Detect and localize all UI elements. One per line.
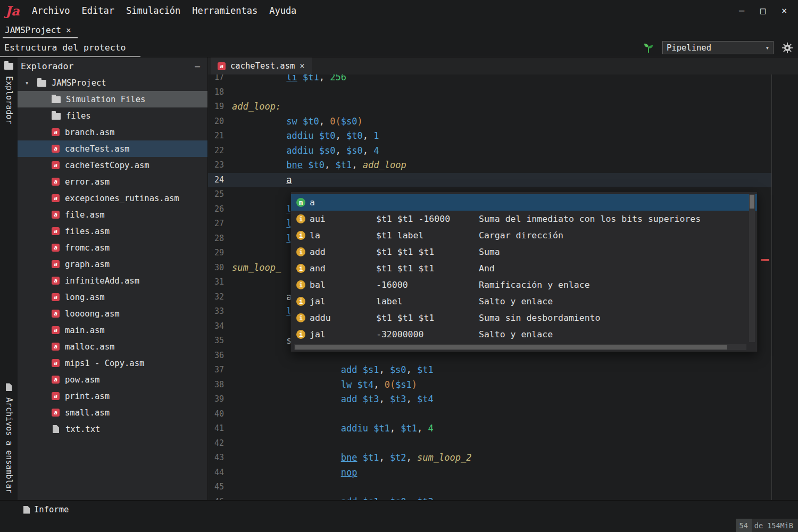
autocomplete-item-addu[interactable]: iaddu$t1 $t1 $t1Suma sin desbordamiento bbox=[291, 310, 757, 326]
code-line-41[interactable]: 41 addiu $t1, $t1, 4 bbox=[208, 421, 771, 436]
line-text bbox=[224, 480, 232, 495]
tree-item-excepciones-rutinas-asm[interactable]: excepciones_rutinas.asm bbox=[18, 190, 207, 206]
tree-item-loooong-asm[interactable]: loooong.asm bbox=[18, 305, 207, 322]
line-text: l bbox=[224, 217, 292, 231]
tree-item-label: mips1 - Copy.asm bbox=[65, 359, 144, 368]
close-button[interactable]: × bbox=[774, 5, 795, 16]
tree-item-label: fromc.asm bbox=[65, 243, 110, 253]
menu-archivo[interactable]: Archivo bbox=[26, 5, 76, 16]
line-number: 36 bbox=[208, 348, 224, 363]
tree-item-fromc-asm[interactable]: fromc.asm bbox=[18, 239, 207, 256]
tab-cachetest-asm[interactable]: cacheTest.asm × bbox=[211, 57, 312, 74]
tree-item-branch-asm[interactable]: branch.asm bbox=[18, 124, 207, 140]
popup-vertical-scrollbar[interactable] bbox=[749, 194, 755, 342]
line-text: add $t3, $t3, $t4 bbox=[224, 392, 434, 407]
autocomplete-item-and[interactable]: iand$t1 $t1 $t1And bbox=[291, 260, 757, 277]
tree-item-label: files.asm bbox=[65, 227, 110, 236]
tree-item-simulation-files[interactable]: Simulation Files bbox=[18, 91, 207, 107]
close-icon[interactable]: × bbox=[66, 25, 71, 35]
assemble-sprout-icon[interactable] bbox=[643, 42, 654, 54]
tree-item-cachetest-asm[interactable]: cacheTest.asm bbox=[18, 140, 207, 157]
scrollbar-thumb[interactable] bbox=[295, 345, 727, 350]
code-line-44[interactable]: 44 nop bbox=[208, 466, 771, 480]
pipeline-mode-dropdown[interactable]: Pipelined ▾ bbox=[662, 41, 774, 54]
tree-item-label: graph.asm bbox=[65, 260, 110, 269]
report-panel-toggle[interactable]: Informe bbox=[23, 505, 69, 514]
code-line-46[interactable]: 46 add $s1, $s0, $t3 bbox=[208, 495, 771, 501]
code-line-17[interactable]: 17 li $t1, 256 bbox=[208, 74, 771, 85]
autocomplete-item-aui[interactable]: iaui$t1 $t1 -16000Suma del inmediato con… bbox=[291, 211, 757, 227]
tree-item-main-asm[interactable]: main.asm bbox=[18, 322, 207, 338]
code-line-37[interactable]: 37 add $s1, $s0, $t1 bbox=[208, 363, 771, 378]
tree-item-pow-asm[interactable]: pow.asm bbox=[18, 371, 207, 388]
asm-icon bbox=[52, 260, 60, 268]
tree-item-cachetestcopy-asm[interactable]: cacheTestCopy.asm bbox=[18, 157, 207, 173]
code-line-23[interactable]: 23 bne $t0, $t1, add_loop bbox=[208, 158, 771, 173]
txt-icon bbox=[53, 425, 59, 433]
tree-item-print-asm[interactable]: print.asm bbox=[18, 388, 207, 404]
tree-item-malloc-asm[interactable]: malloc.asm bbox=[18, 338, 207, 355]
tree-item-file-asm[interactable]: file.asm bbox=[18, 206, 207, 223]
menu-ayuda[interactable]: Ayuda bbox=[263, 5, 302, 16]
line-text: a bbox=[224, 173, 292, 188]
asm-icon bbox=[52, 392, 60, 400]
instruction-icon: i bbox=[296, 297, 305, 306]
line-number: 33 bbox=[208, 304, 224, 319]
code-line-24[interactable]: 24 a bbox=[208, 173, 771, 188]
line-number: 43 bbox=[208, 451, 224, 466]
code-line-18[interactable]: 18 bbox=[208, 85, 771, 100]
line-number: 37 bbox=[208, 363, 224, 378]
autocomplete-item-jal[interactable]: ijallabelSalto y enlace bbox=[291, 293, 757, 310]
chevron-down-icon[interactable]: ▾ bbox=[25, 79, 37, 87]
line-text: a bbox=[224, 290, 292, 305]
code-line-21[interactable]: 21 addiu $t0, $t0, 1 bbox=[208, 129, 771, 144]
menu-simulaci-n[interactable]: Simulación bbox=[120, 5, 186, 16]
tree-item-long-asm[interactable]: long.asm bbox=[18, 289, 207, 305]
autocomplete-item-add[interactable]: iadd$t1 $t1 $t1Suma bbox=[291, 244, 757, 260]
code-line-20[interactable]: 20 sw $t0, 0($s0) bbox=[208, 114, 771, 129]
tree-item-files-asm[interactable]: files.asm bbox=[18, 223, 207, 239]
tree-item-graph-asm[interactable]: graph.asm bbox=[18, 256, 207, 272]
close-icon[interactable]: × bbox=[300, 61, 304, 71]
minimize-button[interactable]: — bbox=[731, 5, 752, 16]
structure-panel-header[interactable]: Estructura del protecto bbox=[0, 40, 140, 57]
suggestion-params: $t1 $t1 $t1 bbox=[376, 247, 479, 257]
code-line-39[interactable]: 39 add $t3, $t3, $t4 bbox=[208, 392, 771, 407]
line-text: addiu $t0, $t0, 1 bbox=[224, 129, 379, 144]
collapse-panel-icon[interactable]: — bbox=[195, 61, 200, 71]
popup-horizontal-scrollbar[interactable] bbox=[294, 344, 746, 350]
menu-editar[interactable]: Editar bbox=[76, 5, 120, 16]
code-line-22[interactable]: 22 addiu $s0, $s0, 4 bbox=[208, 144, 771, 159]
tree-item-jamsproject[interactable]: ▾JAMSProject bbox=[18, 74, 207, 91]
asm-icon bbox=[52, 293, 60, 301]
autocomplete-item-a[interactable]: ma bbox=[291, 194, 757, 211]
tree-item-files[interactable]: files bbox=[18, 107, 207, 124]
autocomplete-item-bal[interactable]: ibal-16000Ramificación y enlace bbox=[291, 277, 757, 293]
settings-gear-icon[interactable] bbox=[782, 42, 793, 54]
code-line-45[interactable]: 45 bbox=[208, 480, 771, 495]
tree-item-label: pow.asm bbox=[65, 375, 99, 385]
maximize-button[interactable]: □ bbox=[752, 5, 774, 16]
rail-explorer-toggle[interactable]: Explorador bbox=[0, 62, 18, 124]
editor-scrollbar[interactable] bbox=[771, 74, 798, 500]
scrollbar-thumb[interactable] bbox=[750, 195, 754, 209]
code-line-40[interactable]: 40 bbox=[208, 407, 771, 422]
tree-item-txt-txt[interactable]: txt.txt bbox=[18, 421, 207, 437]
code-line-43[interactable]: 43 bne $t1, $t2, sum_loop_2 bbox=[208, 451, 771, 466]
menu-herramientas[interactable]: Herramientas bbox=[186, 5, 263, 16]
code-line-38[interactable]: 38 lw $t4, 0($s1) bbox=[208, 378, 771, 393]
code-line-19[interactable]: 19add_loop: bbox=[208, 99, 771, 114]
editor-body[interactable]: 17 li $t1, 2561819add_loop:20 sw $t0, 0(… bbox=[208, 74, 798, 500]
tab-jamsproject[interactable]: JAMSProject × bbox=[3, 24, 78, 38]
tree-item-error-asm[interactable]: error.asm bbox=[18, 173, 207, 190]
code-line-42[interactable]: 42 bbox=[208, 436, 771, 451]
asm-icon bbox=[52, 376, 60, 384]
tree-item-small-asm[interactable]: small.asm bbox=[18, 404, 207, 421]
status-bar: Informe 54 de 154MiB bbox=[0, 500, 798, 532]
autocomplete-item-jal[interactable]: ijal-32000000Salto y enlace bbox=[291, 326, 757, 343]
tree-item-mips1-copy-asm[interactable]: mips1 - Copy.asm bbox=[18, 355, 207, 371]
rail-assemble-files-toggle[interactable]: Archivos a ensamblar bbox=[0, 383, 18, 494]
tree-item-infiniteadd-asm[interactable]: infiniteAdd.asm bbox=[18, 272, 207, 289]
autocomplete-item-la[interactable]: ila$t1 labelCargar dirección bbox=[291, 227, 757, 244]
editor-tab-label: cacheTest.asm bbox=[230, 61, 295, 71]
